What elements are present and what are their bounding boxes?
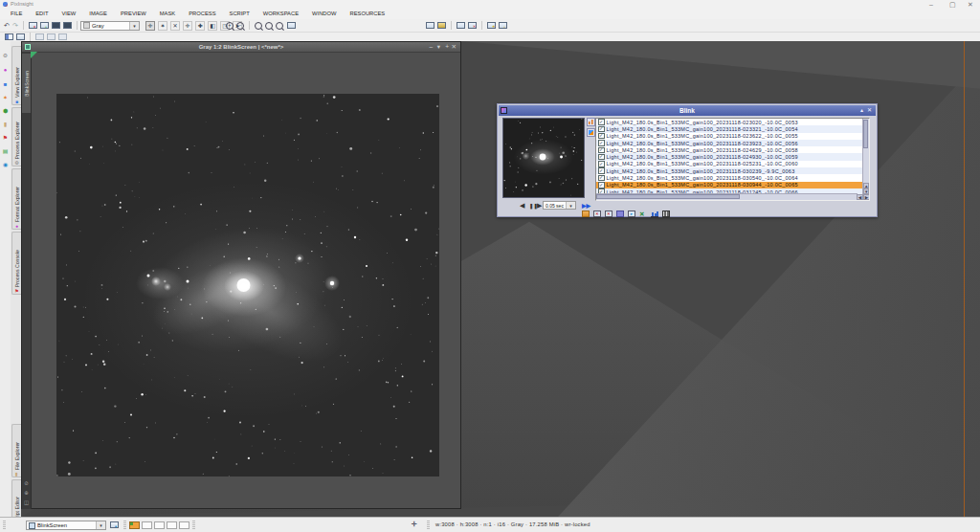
green-doc-icon[interactable]: ▤ — [2, 148, 9, 155]
pan-mode-button[interactable]: ✛ — [183, 21, 192, 31]
checkbox-checked[interactable] — [598, 161, 605, 167]
astro-image-m42[interactable] — [56, 94, 439, 477]
file-row[interactable]: Light_M42_180.0s_Bin1_533MC_gain100_2023… — [596, 174, 869, 181]
minimize-button[interactable]: – — [929, 0, 933, 9]
scrollbar-thumb[interactable] — [863, 120, 868, 148]
menu-edit[interactable]: EDIT — [29, 9, 55, 19]
gear-icon[interactable]: ⚙ — [2, 53, 9, 59]
select-window-button[interactable]: ▴ — [110, 521, 119, 528]
menu-view[interactable]: VIEW — [55, 9, 82, 19]
workspace-01-button[interactable] — [142, 521, 152, 529]
scrollbar-thumb[interactable] — [596, 194, 740, 199]
zoom-fit-icon[interactable] — [265, 22, 273, 30]
menu-resources[interactable]: RESOURCES — [343, 9, 391, 19]
screen-image-icon[interactable] — [437, 22, 446, 29]
screen-plain-icon[interactable] — [457, 22, 465, 29]
stf-autostretch-button[interactable] — [587, 118, 595, 126]
tab-view-explorer[interactable]: View Explorer ■ — [11, 46, 21, 105]
menu-mask[interactable]: MASK — [153, 9, 182, 19]
scroll-right-icon[interactable]: ▶ — [863, 194, 870, 200]
file-row[interactable]: Light_M42_180.0s_Bin1_533MC_gain100_2023… — [596, 140, 869, 146]
image-window[interactable]: Gray 1:2 BlinkScreen | <*new*> – ▾ + ✕ B… — [21, 41, 461, 509]
zoom-in-icon[interactable]: + — [226, 22, 234, 30]
add-files-icon[interactable] — [582, 211, 590, 217]
previous-frame-button[interactable]: ◀ — [520, 202, 524, 210]
window-shade-icon[interactable]: ▾ — [437, 42, 440, 52]
window-minimize-icon[interactable]: – — [429, 42, 433, 52]
screen-close-icon[interactable]: ✕ — [468, 22, 477, 29]
interval-dropdown-icon[interactable]: ▾ — [566, 202, 575, 209]
split-view-button[interactable]: ◧ — [208, 21, 217, 31]
close-all-icon[interactable]: ✕ — [605, 211, 612, 217]
send-to-window-icon[interactable]: ◂ — [29, 22, 37, 29]
tab-process-console[interactable]: Process Console ⚑ — [11, 232, 21, 295]
statusbar-dropdown-icon[interactable]: ▾ — [96, 521, 105, 529]
menu-window[interactable]: WINDOW — [305, 9, 343, 19]
strip-sync-icon[interactable]: ⊘ — [23, 480, 30, 486]
tab-format-explorer[interactable]: Format Explorer ● — [11, 168, 21, 230]
screen1-icon[interactable] — [52, 22, 60, 29]
close-selected-icon[interactable]: ✕ — [593, 211, 601, 217]
arrange-icons-icon[interactable] — [58, 33, 67, 40]
image-window-titlebar[interactable]: Gray 1:2 BlinkScreen | <*new*> – ▾ + ✕ — [22, 42, 460, 53]
screen-star-icon[interactable]: ★ — [487, 22, 496, 29]
menu-image[interactable]: IMAGE — [82, 9, 114, 19]
cancel-mode-button[interactable]: ✕ — [170, 21, 180, 31]
statistics-icon[interactable] — [651, 211, 658, 217]
file-row[interactable]: Light_M42_180.0s_Bin1_533MC_gain100_2023… — [596, 119, 869, 125]
stf-linked-button[interactable] — [587, 128, 595, 137]
tile-left-icon[interactable] — [5, 33, 13, 40]
red-flag-icon[interactable]: ⚑ — [2, 135, 9, 142]
create-video-icon[interactable] — [662, 211, 670, 217]
zoom-optimal-icon[interactable] — [276, 22, 283, 30]
maximize-button[interactable]: ▢ — [949, 0, 956, 9]
cascade-icon[interactable] — [35, 33, 44, 40]
file-row[interactable]: Light_M42_180.0s_Bin1_533MC_gain100_2023… — [596, 125, 869, 132]
menu-script[interactable]: SCRIPT — [223, 9, 256, 19]
menu-workspace[interactable]: WORKSPACE — [256, 9, 305, 19]
blink-titlebar[interactable]: Blink ▴ ✕ — [499, 105, 876, 116]
magenta-circle-icon[interactable]: ● — [2, 67, 9, 74]
window-zoom-icon[interactable]: + — [445, 42, 449, 52]
screen-add-icon[interactable]: + — [499, 22, 507, 29]
tile-icon[interactable] — [47, 33, 56, 40]
workspace-03-button[interactable] — [167, 521, 177, 529]
expand-mode-button[interactable]: ✶ — [158, 21, 167, 31]
checkbox-checked[interactable] — [598, 182, 605, 188]
blink-shade-icon[interactable]: ▴ — [860, 105, 863, 116]
blue-square-icon[interactable]: ■ — [2, 81, 9, 88]
tab-file-explorer[interactable]: File Explorer ▮ — [11, 424, 21, 477]
statusbar-view-selector[interactable]: BlinkScreen ▾ — [26, 521, 106, 530]
checkbox-checked[interactable] — [598, 154, 605, 161]
file-row[interactable]: Light_M42_180.0s_Bin1_533MC_gain100_2023… — [596, 161, 869, 167]
zoom-11-icon[interactable] — [255, 22, 262, 30]
file-row[interactable]: Light_M42_180.0s_Bin1_533MC_gain100_2023… — [596, 153, 869, 160]
step-forward-button[interactable]: ▶▶ — [582, 202, 590, 209]
undo-icon[interactable]: ↶ — [4, 21, 10, 30]
dropdown-arrow-icon[interactable]: ▾ — [129, 22, 139, 30]
tan-cube-icon[interactable]: ▮ — [2, 122, 9, 128]
new-window-icon[interactable]: + — [40, 22, 49, 29]
window-close-icon[interactable]: ✕ — [452, 42, 457, 52]
redo-icon[interactable]: ↷ — [12, 21, 18, 30]
tile-right-icon[interactable] — [16, 33, 25, 40]
screen-stf-icon[interactable] — [426, 22, 434, 29]
blink-preview-thumbnail[interactable] — [502, 118, 585, 198]
blink-dialog[interactable]: Blink ▴ ✕ Light_M42_180.0s_Bin1_533MC_ga… — [497, 103, 878, 217]
blue-target-icon[interactable]: ◉ — [2, 162, 9, 168]
next-frame-button[interactable]: ▶ — [537, 202, 542, 210]
orange-star-icon[interactable]: ✶ — [2, 95, 9, 101]
checkbox-checked[interactable] — [598, 167, 605, 174]
workspace-00-button[interactable] — [129, 521, 140, 529]
blink-file-list[interactable]: Light_M42_180.0s_Bin1_533MC_gain100_2023… — [595, 118, 870, 201]
checkbox-checked[interactable] — [598, 126, 605, 133]
blink-interval-select[interactable]: 0.05 sec ▾ — [543, 201, 576, 210]
file-row[interactable]: Light_M42_180.0s_Bin1_533MC_gain100_2023… — [596, 146, 869, 153]
view-mode-select[interactable]: Gray ▾ — [80, 21, 140, 31]
checkbox-checked[interactable] — [598, 133, 605, 140]
file-row-selected[interactable]: Light_M42_180.0s_Bin1_533MC_gain100_2023… — [596, 182, 869, 188]
strip-views-icon[interactable]: ◫ — [23, 499, 30, 505]
menu-file[interactable]: FILE — [4, 9, 29, 19]
zoom-out-icon[interactable]: − — [236, 22, 244, 30]
view-tab-blinkscreen[interactable]: BlinkScreen — [22, 54, 31, 113]
